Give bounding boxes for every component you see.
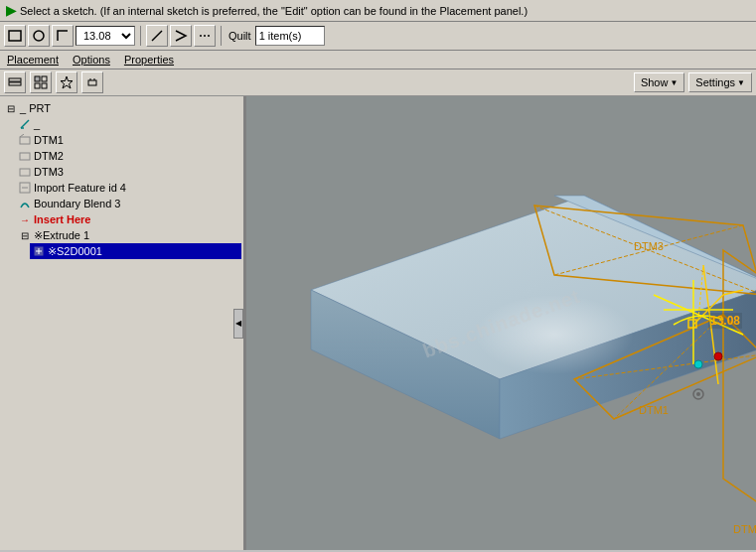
svg-marker-10 xyxy=(61,76,73,88)
message-bar: ▶ Select a sketch. (If an internal sketc… xyxy=(0,0,756,22)
svg-line-2 xyxy=(152,31,162,41)
sep2 xyxy=(221,26,222,46)
svg-rect-19 xyxy=(20,153,30,160)
tree-item-extrude1-label: ※Extrude 1 xyxy=(34,229,89,242)
svg-rect-5 xyxy=(9,82,21,85)
svg-rect-6 xyxy=(35,76,40,81)
show-dropdown[interactable]: Show ▼ xyxy=(634,72,684,92)
dtm2-icon xyxy=(18,149,32,163)
extrude1-expand-icon: ⊟ xyxy=(18,228,32,242)
tree-item-dtm2[interactable]: DTM2 xyxy=(16,148,241,164)
properties-btn[interactable]: Properties xyxy=(121,53,177,67)
3d-scene-svg xyxy=(246,96,756,550)
svg-rect-20 xyxy=(20,169,30,176)
tree-item-import[interactable]: Import Feature id 4 xyxy=(16,180,241,196)
settings-icon-btn[interactable] xyxy=(81,71,103,93)
show-dropdown-arrow: ▼ xyxy=(670,78,678,87)
tree-item-dtm3[interactable]: DTM3 xyxy=(16,164,241,180)
tree-item-bb3[interactable]: Boundary Blend 3 xyxy=(16,196,241,211)
tree-item-insert[interactable]: → Insert Here xyxy=(16,211,241,227)
sketch-icon xyxy=(18,117,32,131)
dtm1-label: DTM1 xyxy=(639,404,669,416)
arrow-btn[interactable] xyxy=(170,25,192,47)
rect-btn[interactable] xyxy=(4,25,26,47)
options-btn[interactable]: Options xyxy=(70,53,113,67)
svg-rect-9 xyxy=(42,83,47,88)
quilt-label: Quilt xyxy=(228,30,251,42)
tree-item-sketch[interactable]: _ xyxy=(16,116,241,132)
main-area: ⊟ _ PRT _ DTM1 DTM xyxy=(0,96,756,550)
tree-item-dtm1-label: DTM1 xyxy=(34,134,64,146)
settings-dropdown[interactable]: Settings ▼ xyxy=(688,72,752,92)
svg-rect-11 xyxy=(88,80,96,85)
tree-item-dtm3-label: DTM3 xyxy=(34,166,64,178)
svg-rect-16 xyxy=(20,137,30,144)
tree-item-dtm1[interactable]: DTM1 xyxy=(16,132,241,148)
tree-item-sketch-label: _ xyxy=(34,118,40,130)
bb3-icon xyxy=(18,197,32,210)
line-btn[interactable] xyxy=(146,25,168,47)
svg-point-47 xyxy=(694,360,702,368)
toolbar2: Placement Options Properties xyxy=(0,51,756,69)
s2d0001-icon xyxy=(32,244,46,258)
grid-btn[interactable] xyxy=(30,71,52,93)
message-text: Select a sketch. (If an internal sketch … xyxy=(20,5,528,17)
placement-btn[interactable]: Placement xyxy=(4,53,62,67)
svg-point-1 xyxy=(34,31,44,41)
tree-expand-icon: ⊟ xyxy=(4,101,18,115)
corner-btn[interactable] xyxy=(52,25,74,47)
dtm3-icon xyxy=(18,165,32,179)
settings-dropdown-arrow: ▼ xyxy=(737,78,745,87)
tree-item-s2d0001[interactable]: ※S2D0001 xyxy=(30,243,241,259)
dimension-display: 13.08 xyxy=(708,313,742,329)
svg-rect-7 xyxy=(42,76,47,81)
svg-point-48 xyxy=(714,352,722,360)
tree-item-s2d0001-label: ※S2D0001 xyxy=(48,245,102,258)
tree-item-bb3-label: Boundary Blend 3 xyxy=(34,198,120,209)
left-panel: ⊟ _ PRT _ DTM1 DTM xyxy=(0,96,246,550)
model-tree[interactable]: ⊟ _ PRT _ DTM1 DTM xyxy=(0,96,243,550)
svg-line-14 xyxy=(21,120,29,128)
circle-btn[interactable] xyxy=(28,25,50,47)
settings-label: Settings xyxy=(695,76,735,88)
layers-btn[interactable] xyxy=(4,71,26,93)
svg-point-31 xyxy=(475,295,634,374)
svg-rect-0 xyxy=(9,31,21,41)
insert-arrow-icon: → xyxy=(18,212,32,226)
3d-viewport[interactable]: DTM3 DTM1 DTM2 13.08 bbs.chinade.net xyxy=(246,96,756,550)
dtm1-icon xyxy=(18,133,32,147)
dimension-select[interactable]: 13.08 xyxy=(76,26,135,46)
svg-rect-8 xyxy=(35,83,40,88)
show-label: Show xyxy=(641,76,669,88)
panel-splitter[interactable]: ◀ xyxy=(233,309,243,339)
star-btn[interactable] xyxy=(56,71,77,93)
quilt-input[interactable] xyxy=(255,26,325,46)
toolbar3: Show ▼ Settings ▼ xyxy=(0,69,756,96)
import-icon xyxy=(18,181,32,195)
dtm3-label: DTM3 xyxy=(634,240,664,252)
tree-item-dtm2-label: DTM2 xyxy=(34,150,64,162)
tree-root-label: _ PRT xyxy=(20,102,51,114)
dash-btn[interactable] xyxy=(194,25,216,47)
sep1 xyxy=(140,26,141,46)
tree-item-import-label: Import Feature id 4 xyxy=(34,182,126,194)
dtm2-label: DTM2 xyxy=(733,523,756,535)
svg-point-50 xyxy=(696,392,700,396)
tree-item-extrude1[interactable]: ⊟ ※Extrude 1 xyxy=(16,227,241,243)
toolbar: 13.08 Quilt xyxy=(0,22,756,51)
svg-rect-4 xyxy=(9,78,21,81)
tree-item-insert-label: Insert Here xyxy=(34,213,90,225)
tree-root[interactable]: ⊟ _ PRT xyxy=(2,100,241,116)
message-arrow-icon: ▶ xyxy=(6,3,16,18)
